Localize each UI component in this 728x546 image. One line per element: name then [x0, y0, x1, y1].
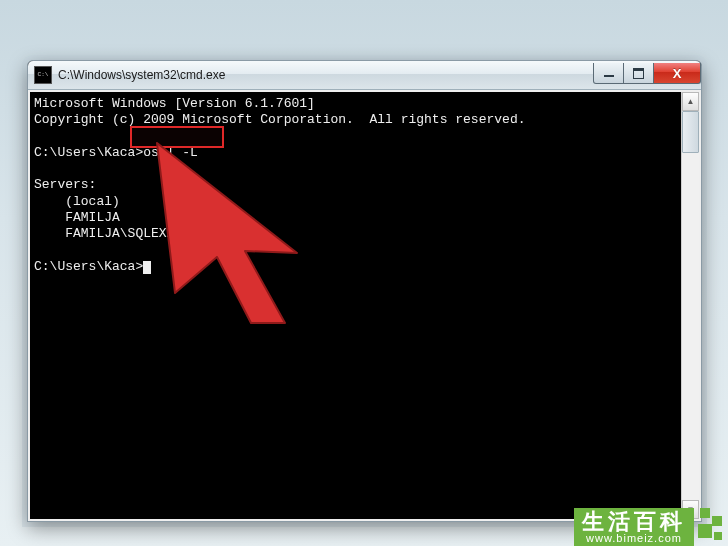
scroll-track[interactable]: [682, 111, 699, 500]
server-entry: FAMILJA\SQLEXPRESS: [34, 226, 206, 241]
chevron-up-icon: ▲: [687, 97, 695, 106]
maximize-icon: [633, 68, 644, 79]
minimize-icon: [604, 75, 614, 77]
titlebar[interactable]: C:\Windows\system32\cmd.exe X: [28, 61, 701, 90]
watermark-decoration-icon: [696, 506, 724, 546]
server-entry: (local): [34, 194, 120, 209]
vertical-scrollbar[interactable]: ▲ ▼: [681, 92, 699, 519]
scroll-thumb[interactable]: [682, 111, 699, 153]
cmd-icon: [34, 66, 52, 84]
scroll-up-button[interactable]: ▲: [682, 92, 699, 111]
text-cursor: [143, 261, 151, 274]
maximize-button[interactable]: [624, 63, 654, 84]
window-controls: X: [593, 63, 701, 83]
window-title: C:\Windows\system32\cmd.exe: [58, 68, 593, 82]
watermark-text: 生活百科 www.bimeiz.com: [574, 508, 694, 546]
minimize-button[interactable]: [593, 63, 624, 84]
watermark: 生活百科 www.bimeiz.com: [574, 506, 724, 546]
close-icon: X: [673, 66, 682, 81]
desktop-background: C:\Windows\system32\cmd.exe X Microsoft …: [0, 0, 728, 546]
prompt-path: C:\Users\Kaca>: [34, 145, 143, 160]
servers-header: Servers:: [34, 177, 96, 192]
version-line: Microsoft Windows [Version 6.1.7601]: [34, 96, 315, 111]
console-frame: Microsoft Windows [Version 6.1.7601] Cop…: [28, 90, 701, 521]
server-entry: FAMILJA: [34, 210, 120, 225]
prompt-path: C:\Users\Kaca>: [34, 259, 143, 274]
typed-command: osql -L: [143, 145, 198, 160]
watermark-title: 生活百科: [582, 510, 686, 533]
close-button[interactable]: X: [654, 63, 701, 84]
watermark-url: www.bimeiz.com: [582, 533, 686, 545]
console-output[interactable]: Microsoft Windows [Version 6.1.7601] Cop…: [30, 92, 681, 519]
copyright-line: Copyright (c) 2009 Microsoft Corporation…: [34, 112, 525, 127]
cmd-window: C:\Windows\system32\cmd.exe X Microsoft …: [27, 60, 702, 522]
